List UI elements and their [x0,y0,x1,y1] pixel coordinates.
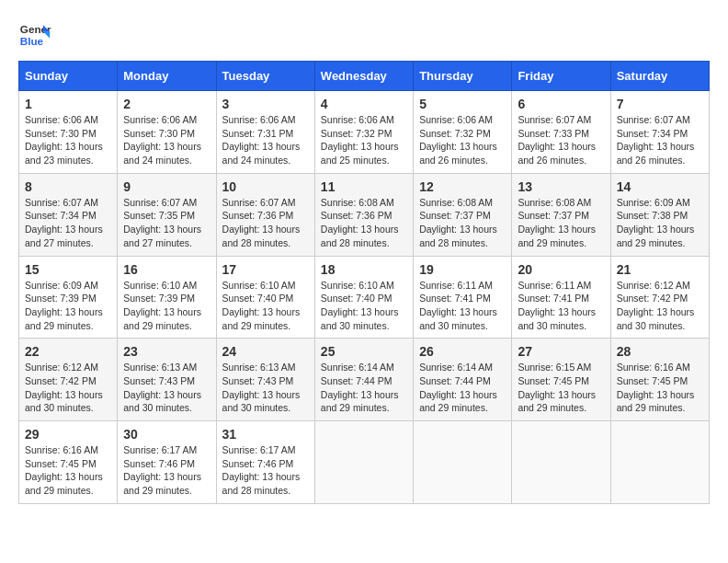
page-header: General Blue [18,18,710,52]
calendar-cell: 24Sunrise: 6:13 AM Sunset: 7:43 PM Dayli… [216,339,314,421]
day-number: 23 [123,344,210,359]
calendar-cell: 4Sunrise: 6:06 AM Sunset: 7:32 PM Daylig… [314,91,413,174]
calendar-cell [512,421,610,504]
calendar-cell: 15Sunrise: 6:09 AM Sunset: 7:39 PM Dayli… [19,256,118,339]
day-info: Sunrise: 6:07 AM Sunset: 7:34 PM Dayligh… [617,113,703,167]
day-info: Sunrise: 6:07 AM Sunset: 7:33 PM Dayligh… [518,113,604,167]
calendar-week-3: 15Sunrise: 6:09 AM Sunset: 7:39 PM Dayli… [19,256,710,339]
day-number: 4 [321,97,407,111]
calendar-cell: 17Sunrise: 6:10 AM Sunset: 7:40 PM Dayli… [216,256,314,339]
day-info: Sunrise: 6:08 AM Sunset: 7:37 PM Dayligh… [518,196,604,250]
day-info: Sunrise: 6:10 AM Sunset: 7:39 PM Dayligh… [123,279,210,333]
header-cell-tuesday: Tuesday [216,62,314,91]
day-info: Sunrise: 6:14 AM Sunset: 7:44 PM Dayligh… [321,361,407,415]
calendar-cell: 11Sunrise: 6:08 AM Sunset: 7:36 PM Dayli… [314,173,413,256]
header-cell-sunday: Sunday [19,62,118,91]
calendar-cell [610,421,709,504]
calendar-week-2: 8Sunrise: 6:07 AM Sunset: 7:34 PM Daylig… [19,173,710,256]
calendar-cell [414,421,512,504]
day-number: 20 [518,262,604,277]
calendar-cell [314,421,413,504]
calendar-cell: 16Sunrise: 6:10 AM Sunset: 7:39 PM Dayli… [118,256,216,339]
calendar-cell: 12Sunrise: 6:08 AM Sunset: 7:37 PM Dayli… [414,173,512,256]
header-cell-friday: Friday [512,62,610,91]
header-cell-wednesday: Wednesday [314,62,413,91]
day-number: 5 [419,97,506,111]
day-info: Sunrise: 6:06 AM Sunset: 7:30 PM Dayligh… [123,113,210,167]
day-info: Sunrise: 6:08 AM Sunset: 7:36 PM Dayligh… [321,196,407,250]
day-number: 16 [123,262,210,277]
day-info: Sunrise: 6:09 AM Sunset: 7:39 PM Dayligh… [25,279,111,333]
calendar-cell: 28Sunrise: 6:16 AM Sunset: 7:45 PM Dayli… [610,339,709,421]
day-info: Sunrise: 6:07 AM Sunset: 7:36 PM Dayligh… [222,196,309,250]
calendar-cell: 2Sunrise: 6:06 AM Sunset: 7:30 PM Daylig… [118,91,216,174]
day-info: Sunrise: 6:12 AM Sunset: 7:42 PM Dayligh… [25,361,111,415]
day-info: Sunrise: 6:17 AM Sunset: 7:46 PM Dayligh… [123,443,210,498]
day-number: 24 [222,344,309,359]
day-number: 25 [321,344,407,359]
day-number: 19 [419,262,506,277]
day-number: 10 [222,179,309,194]
calendar-cell: 14Sunrise: 6:09 AM Sunset: 7:38 PM Dayli… [610,173,709,256]
calendar-cell: 27Sunrise: 6:15 AM Sunset: 7:45 PM Dayli… [512,339,610,421]
day-info: Sunrise: 6:15 AM Sunset: 7:45 PM Dayligh… [518,361,604,415]
day-info: Sunrise: 6:10 AM Sunset: 7:40 PM Dayligh… [321,279,407,333]
calendar-table: SundayMondayTuesdayWednesdayThursdayFrid… [18,61,710,504]
day-number: 7 [617,97,703,111]
calendar-cell: 9Sunrise: 6:07 AM Sunset: 7:35 PM Daylig… [118,173,216,256]
day-info: Sunrise: 6:09 AM Sunset: 7:38 PM Dayligh… [617,196,703,250]
day-number: 26 [419,344,506,359]
day-info: Sunrise: 6:11 AM Sunset: 7:41 PM Dayligh… [419,279,506,333]
day-info: Sunrise: 6:06 AM Sunset: 7:32 PM Dayligh… [321,113,407,167]
day-number: 8 [25,179,111,194]
calendar-cell: 10Sunrise: 6:07 AM Sunset: 7:36 PM Dayli… [216,173,314,256]
day-info: Sunrise: 6:17 AM Sunset: 7:46 PM Dayligh… [222,443,309,498]
calendar-cell: 5Sunrise: 6:06 AM Sunset: 7:32 PM Daylig… [414,91,512,174]
calendar-cell: 30Sunrise: 6:17 AM Sunset: 7:46 PM Dayli… [118,421,216,504]
day-number: 17 [222,262,309,277]
day-info: Sunrise: 6:06 AM Sunset: 7:31 PM Dayligh… [222,113,309,167]
calendar-cell: 3Sunrise: 6:06 AM Sunset: 7:31 PM Daylig… [216,91,314,174]
day-number: 28 [617,344,703,359]
day-info: Sunrise: 6:14 AM Sunset: 7:44 PM Dayligh… [419,361,506,415]
calendar-cell: 1Sunrise: 6:06 AM Sunset: 7:30 PM Daylig… [19,91,118,174]
day-number: 22 [25,344,111,359]
day-number: 18 [321,262,407,277]
day-info: Sunrise: 6:13 AM Sunset: 7:43 PM Dayligh… [222,361,309,415]
calendar-cell: 8Sunrise: 6:07 AM Sunset: 7:34 PM Daylig… [19,173,118,256]
calendar-cell: 22Sunrise: 6:12 AM Sunset: 7:42 PM Dayli… [19,339,118,421]
logo-icon: General Blue [18,18,51,52]
day-number: 6 [518,97,604,111]
calendar-cell: 13Sunrise: 6:08 AM Sunset: 7:37 PM Dayli… [512,173,610,256]
header-cell-saturday: Saturday [610,62,709,91]
calendar-cell: 26Sunrise: 6:14 AM Sunset: 7:44 PM Dayli… [414,339,512,421]
day-info: Sunrise: 6:08 AM Sunset: 7:37 PM Dayligh… [419,196,506,250]
day-number: 21 [617,262,703,277]
header-cell-monday: Monday [118,62,216,91]
day-number: 27 [518,344,604,359]
calendar-cell: 6Sunrise: 6:07 AM Sunset: 7:33 PM Daylig… [512,91,610,174]
day-number: 30 [123,427,210,442]
day-number: 2 [123,97,210,111]
svg-text:Blue: Blue [20,35,44,47]
calendar-cell: 23Sunrise: 6:13 AM Sunset: 7:43 PM Dayli… [118,339,216,421]
calendar-cell: 18Sunrise: 6:10 AM Sunset: 7:40 PM Dayli… [314,256,413,339]
calendar-cell: 20Sunrise: 6:11 AM Sunset: 7:41 PM Dayli… [512,256,610,339]
day-number: 29 [25,427,111,442]
day-number: 15 [25,262,111,277]
day-info: Sunrise: 6:16 AM Sunset: 7:45 PM Dayligh… [617,361,703,415]
day-number: 3 [222,97,309,111]
calendar-cell: 19Sunrise: 6:11 AM Sunset: 7:41 PM Dayli… [414,256,512,339]
day-info: Sunrise: 6:07 AM Sunset: 7:34 PM Dayligh… [25,196,111,250]
calendar-cell: 7Sunrise: 6:07 AM Sunset: 7:34 PM Daylig… [610,91,709,174]
day-number: 1 [25,97,111,111]
day-info: Sunrise: 6:12 AM Sunset: 7:42 PM Dayligh… [617,279,703,333]
calendar-cell: 25Sunrise: 6:14 AM Sunset: 7:44 PM Dayli… [314,339,413,421]
day-info: Sunrise: 6:16 AM Sunset: 7:45 PM Dayligh… [25,443,111,498]
day-number: 13 [518,179,604,194]
day-number: 9 [123,179,210,194]
day-info: Sunrise: 6:06 AM Sunset: 7:30 PM Dayligh… [25,113,111,167]
header-cell-thursday: Thursday [414,62,512,91]
calendar-week-5: 29Sunrise: 6:16 AM Sunset: 7:45 PM Dayli… [19,421,710,504]
day-number: 14 [617,179,703,194]
